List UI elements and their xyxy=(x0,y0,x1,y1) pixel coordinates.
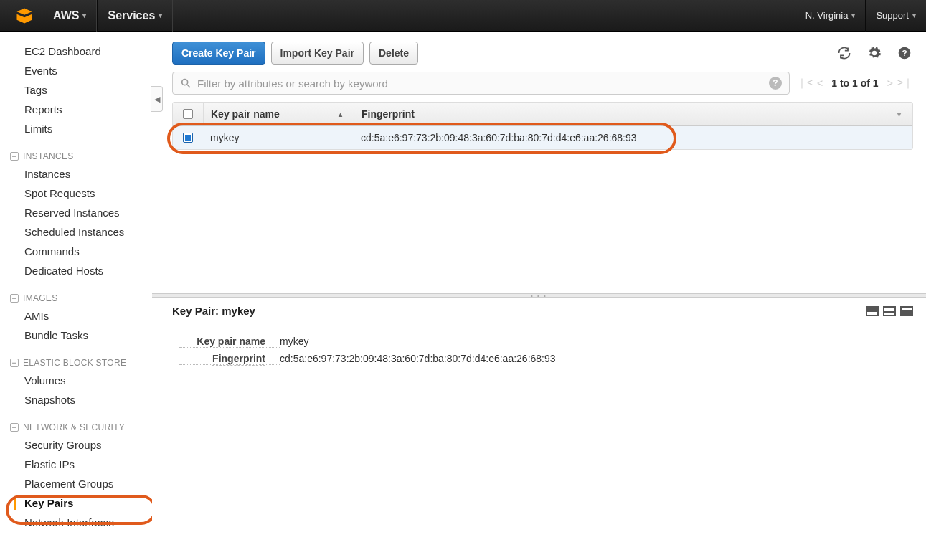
collapse-icon: − xyxy=(10,294,19,303)
table-header: Key pair name▴ Fingerprint▾ xyxy=(173,103,912,126)
sidebar-item-spot-requests[interactable]: Spot Requests xyxy=(0,184,152,203)
sidebar-item-instances[interactable]: Instances xyxy=(0,164,152,184)
column-header-fingerprint[interactable]: Fingerprint▾ xyxy=(354,103,912,125)
main-content: ◀ Create Key Pair Import Key Pair Delete… xyxy=(152,32,926,560)
global-topbar: AWS▾ Services▾ N. Virginia▾ Support▾ xyxy=(0,0,926,32)
aws-menu-label: AWS xyxy=(53,9,79,22)
detail-title: Key Pair: mykey xyxy=(172,305,255,317)
detail-panel: Key Pair: mykey Key pair name mykey Fing… xyxy=(152,298,926,367)
filter-help-icon[interactable]: ? xyxy=(769,77,782,90)
collapse-icon: − xyxy=(10,152,19,161)
layout-split-icon[interactable] xyxy=(883,306,896,316)
support-menu[interactable]: Support▾ xyxy=(865,0,926,32)
chevron-down-icon: ▾ xyxy=(82,11,86,19)
search-icon xyxy=(180,77,192,89)
svg-point-2 xyxy=(182,80,188,85)
page-first-icon[interactable]: ｜< xyxy=(797,77,813,90)
sidebar-section-ebs[interactable]: −ELASTIC BLOCK STORE xyxy=(0,345,152,371)
collapse-icon: − xyxy=(10,359,19,367)
chevron-down-icon: ▾ xyxy=(912,11,916,19)
region-label: N. Virginia xyxy=(805,10,849,21)
sidebar-item-key-pairs[interactable]: Key Pairs xyxy=(0,493,152,513)
svg-text:?: ? xyxy=(902,48,907,57)
sidebar-item-dedicated-hosts[interactable]: Dedicated Hosts xyxy=(0,261,152,280)
sidebar: EC2 Dashboard Events Tags Reports Limits… xyxy=(0,32,152,560)
page-last-icon[interactable]: >｜ xyxy=(897,77,913,90)
table-row[interactable]: mykey cd:5a:e6:97:73:2b:09:48:3a:60:7d:b… xyxy=(173,126,912,149)
detail-label-name: Key pair name xyxy=(179,336,280,348)
row-checkbox[interactable] xyxy=(183,133,193,143)
chevron-down-icon: ▾ xyxy=(851,11,855,19)
sidebar-item-commands[interactable]: Commands xyxy=(0,242,152,261)
detail-value-fingerprint: cd:5a:e6:97:73:2b:09:48:3a:60:7d:ba:80:7… xyxy=(280,353,556,364)
filter-box: ? xyxy=(172,72,790,95)
sidebar-item-snapshots[interactable]: Snapshots xyxy=(0,390,152,409)
create-key-pair-button[interactable]: Create Key Pair xyxy=(172,42,265,65)
sidebar-item-tags[interactable]: Tags xyxy=(0,80,152,100)
pagination: ｜< < 1 to 1 of 1 > >｜ xyxy=(797,77,913,90)
page-range-label: 1 to 1 of 1 xyxy=(831,77,878,89)
sidebar-collapse-toggle[interactable]: ◀ xyxy=(151,86,163,112)
aws-logo-icon xyxy=(14,6,34,26)
select-all-checkbox[interactable] xyxy=(173,103,203,125)
chevron-down-icon: ▾ xyxy=(159,11,162,19)
layout-top-icon[interactable] xyxy=(866,306,879,316)
sidebar-item-events[interactable]: Events xyxy=(0,61,152,80)
sidebar-item-elastic-ips[interactable]: Elastic IPs xyxy=(0,455,152,474)
services-menu-label: Services xyxy=(108,9,155,22)
sidebar-item-bundle-tasks[interactable]: Bundle Tasks xyxy=(0,326,152,345)
delete-button[interactable]: Delete xyxy=(369,42,418,65)
sidebar-item-ec2-dashboard[interactable]: EC2 Dashboard xyxy=(0,42,152,61)
cell-key-name: mykey xyxy=(203,126,354,149)
help-icon[interactable]: ? xyxy=(896,44,913,62)
sidebar-item-reserved-instances[interactable]: Reserved Instances xyxy=(0,203,152,222)
checkbox-icon xyxy=(183,109,193,119)
gear-icon[interactable] xyxy=(866,44,883,62)
support-label: Support xyxy=(876,10,909,21)
layout-bottom-icon[interactable] xyxy=(900,306,913,316)
chevron-down-icon: ▾ xyxy=(897,110,901,118)
column-header-name[interactable]: Key pair name▴ xyxy=(203,103,354,125)
cell-fingerprint: cd:5a:e6:97:73:2b:09:48:3a:60:7d:ba:80:7… xyxy=(354,126,912,149)
sidebar-section-network-security[interactable]: −NETWORK & SECURITY xyxy=(0,409,152,435)
sidebar-item-security-groups[interactable]: Security Groups xyxy=(0,435,152,455)
import-key-pair-button[interactable]: Import Key Pair xyxy=(271,42,364,65)
sidebar-item-amis[interactable]: AMIs xyxy=(0,306,152,326)
sidebar-item-limits[interactable]: Limits xyxy=(0,119,152,138)
filter-input[interactable] xyxy=(197,77,769,90)
collapse-icon: − xyxy=(10,423,19,432)
sidebar-item-reports[interactable]: Reports xyxy=(0,100,152,119)
aws-menu[interactable]: AWS▾ xyxy=(43,0,97,32)
services-menu[interactable]: Services▾ xyxy=(97,0,173,32)
toolbar: Create Key Pair Import Key Pair Delete ? xyxy=(152,32,926,72)
sort-asc-icon: ▴ xyxy=(339,110,342,118)
sidebar-item-volumes[interactable]: Volumes xyxy=(0,371,152,390)
sidebar-section-images[interactable]: −IMAGES xyxy=(0,280,152,306)
detail-value-name: mykey xyxy=(280,336,308,347)
svg-line-3 xyxy=(187,85,190,87)
sidebar-item-placement-groups[interactable]: Placement Groups xyxy=(0,474,152,493)
detail-label-fingerprint: Fingerprint xyxy=(179,353,280,365)
sidebar-item-scheduled-instances[interactable]: Scheduled Instances xyxy=(0,222,152,242)
page-prev-icon[interactable]: < xyxy=(817,77,823,89)
key-pairs-table: Key pair name▴ Fingerprint▾ mykey cd:5a:… xyxy=(172,102,913,150)
sidebar-section-instances[interactable]: −INSTANCES xyxy=(0,138,152,164)
page-next-icon[interactable]: > xyxy=(887,77,893,89)
sidebar-item-network-interfaces[interactable]: Network Interfaces xyxy=(0,513,152,532)
region-selector[interactable]: N. Virginia▾ xyxy=(795,0,866,32)
refresh-icon[interactable] xyxy=(836,44,853,62)
